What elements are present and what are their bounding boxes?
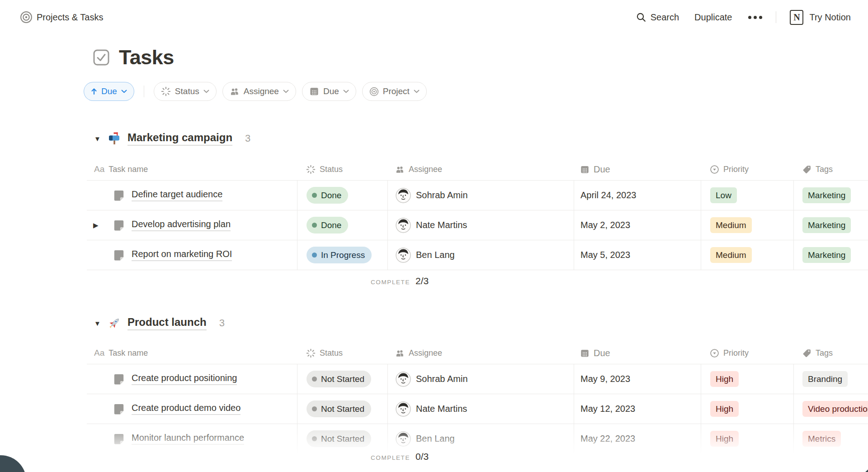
tags-cell[interactable]: Marketing <box>793 240 868 270</box>
status-cell[interactable]: In Progress <box>297 240 387 270</box>
table-header-row: Aa Task name Status Assignee Due Priorit… <box>87 342 868 364</box>
task-name-cell[interactable]: Create product demo video <box>87 394 297 424</box>
column-header-due[interactable]: Due <box>574 158 701 180</box>
group-collapse-toggle[interactable]: ▼ <box>94 135 108 143</box>
tag-pill: Marketing <box>802 187 851 203</box>
page-title-row: Tasks <box>93 46 174 69</box>
priority-cell[interactable]: Low <box>701 181 793 210</box>
avatar <box>396 188 411 203</box>
task-name-link[interactable]: Create product demo video <box>132 403 241 415</box>
filter-pill-project[interactable]: Project <box>362 82 427 101</box>
status-cell[interactable]: Not Started <box>297 364 387 394</box>
group-complete-summary: COMPLETE 2/3 <box>87 270 868 292</box>
status-cell[interactable]: Done <box>297 181 387 210</box>
tags-cell[interactable]: Video production <box>793 394 868 424</box>
filter-pill-due[interactable]: Due <box>302 82 356 101</box>
corner-widget-button[interactable] <box>0 455 26 472</box>
column-header-assignee[interactable]: Assignee <box>387 158 574 180</box>
priority-cell[interactable]: High <box>701 394 793 424</box>
breadcrumb[interactable]: Projects & Tasks <box>20 11 103 24</box>
assignee-cell[interactable]: Ben Lang <box>387 424 574 453</box>
task-name-cell[interactable]: Report on marketing ROI <box>87 240 297 270</box>
table-row: Monitor launch performance Not Started B… <box>87 424 868 454</box>
text-type-icon: Aa <box>94 164 104 174</box>
filter-divider <box>144 86 144 97</box>
priority-tag: High <box>710 431 739 447</box>
status-cell[interactable]: Done <box>297 210 387 240</box>
assignee-cell[interactable]: Ben Lang <box>387 240 574 270</box>
group-name-link[interactable]: Marketing campaign <box>127 131 232 146</box>
task-name-link[interactable]: Monitor launch performance <box>132 433 244 445</box>
status-dot <box>312 406 317 411</box>
due-cell[interactable]: May 22, 2023 <box>574 424 701 453</box>
assignee-cell[interactable]: Nate Martins <box>387 210 574 240</box>
table-row: ▶ Develop advertising plan Done Nate Mar… <box>87 210 868 240</box>
duplicate-label: Duplicate <box>694 12 732 23</box>
column-header-due[interactable]: Due <box>574 342 701 364</box>
assignee-cell[interactable]: Sohrab Amin <box>387 181 574 210</box>
due-cell[interactable]: May 2, 2023 <box>574 210 701 240</box>
corner-widget-button[interactable] <box>858 463 868 472</box>
duplicate-button[interactable]: Duplicate <box>694 12 732 23</box>
table-row: Create product positioning Not Started S… <box>87 364 868 394</box>
mailbox-emoji-icon <box>108 132 121 145</box>
column-header-task-name[interactable]: Aa Task name <box>87 158 297 180</box>
try-notion-button[interactable]: N Try Notion <box>790 10 851 25</box>
tags-cell[interactable]: Metrics <box>793 424 868 453</box>
calendar-icon <box>580 165 590 174</box>
group-header-marketing-campaign: ▼ Marketing campaign 3 <box>94 131 250 146</box>
task-name-cell[interactable]: Monitor launch performance <box>87 424 297 453</box>
status-cell[interactable]: Not Started <box>297 424 387 453</box>
task-name-link[interactable]: Report on marketing ROI <box>132 249 232 261</box>
column-header-task-name[interactable]: Aa Task name <box>87 342 297 364</box>
priority-tag: High <box>710 371 739 387</box>
task-name-cell[interactable]: Create product positioning <box>87 364 297 394</box>
table-row: Report on marketing ROI In Progress Ben … <box>87 240 868 270</box>
column-header-tags[interactable]: Tags <box>793 342 868 364</box>
priority-cell[interactable]: Medium <box>701 210 793 240</box>
group-name-link[interactable]: Product launch <box>127 316 207 330</box>
search-button[interactable]: Search <box>636 12 679 23</box>
column-header-status[interactable]: Status <box>297 342 387 364</box>
task-name-cell[interactable]: ▶ Develop advertising plan <box>87 210 297 240</box>
column-header-assignee[interactable]: Assignee <box>387 342 574 364</box>
task-name-link[interactable]: Create product positioning <box>132 373 237 385</box>
tag-pill: Marketing <box>802 247 851 263</box>
status-cell[interactable]: Not Started <box>297 394 387 424</box>
due-cell[interactable]: May 12, 2023 <box>574 394 701 424</box>
chevron-down-icon <box>414 90 420 93</box>
column-header-tags[interactable]: Tags <box>793 158 868 180</box>
page-title[interactable]: Tasks <box>119 46 174 69</box>
due-cell[interactable]: May 9, 2023 <box>574 364 701 394</box>
rocket-emoji-icon <box>108 316 121 330</box>
priority-cell[interactable]: High <box>701 364 793 394</box>
more-options-icon[interactable] <box>748 16 762 19</box>
column-header-status[interactable]: Status <box>297 158 387 180</box>
priority-cell[interactable]: Medium <box>701 240 793 270</box>
row-expand-toggle[interactable]: ▶ <box>93 221 99 229</box>
priority-cell[interactable]: High <box>701 424 793 453</box>
text-type-icon: Aa <box>94 348 104 358</box>
tags-cell[interactable]: Marketing <box>793 181 868 210</box>
status-dot <box>312 223 317 228</box>
topbar: Projects & Tasks Search Duplicate N Try … <box>0 0 868 34</box>
task-name-cell[interactable]: Define target audience <box>87 181 297 210</box>
topbar-divider <box>776 11 776 23</box>
tags-cell[interactable]: Marketing <box>793 210 868 240</box>
assignee-cell[interactable]: Sohrab Amin <box>387 364 574 394</box>
assignee-cell[interactable]: Nate Martins <box>387 394 574 424</box>
due-cell[interactable]: April 24, 2023 <box>574 181 701 210</box>
task-name-link[interactable]: Develop advertising plan <box>132 219 231 231</box>
status-spinner-icon <box>306 348 316 358</box>
column-header-priority[interactable]: Priority <box>701 158 793 180</box>
checkbox-page-icon[interactable] <box>93 49 110 66</box>
task-name-link[interactable]: Define target audience <box>132 189 222 201</box>
sort-pill-due[interactable]: Due <box>84 82 134 101</box>
due-cell[interactable]: May 5, 2023 <box>574 240 701 270</box>
column-header-priority[interactable]: Priority <box>701 342 793 364</box>
tags-cell[interactable]: Branding <box>793 364 868 394</box>
status-dot <box>312 436 317 441</box>
filter-pill-assignee[interactable]: Assignee <box>222 82 296 101</box>
filter-pill-status[interactable]: Status <box>154 82 217 101</box>
group-collapse-toggle[interactable]: ▼ <box>94 319 108 327</box>
